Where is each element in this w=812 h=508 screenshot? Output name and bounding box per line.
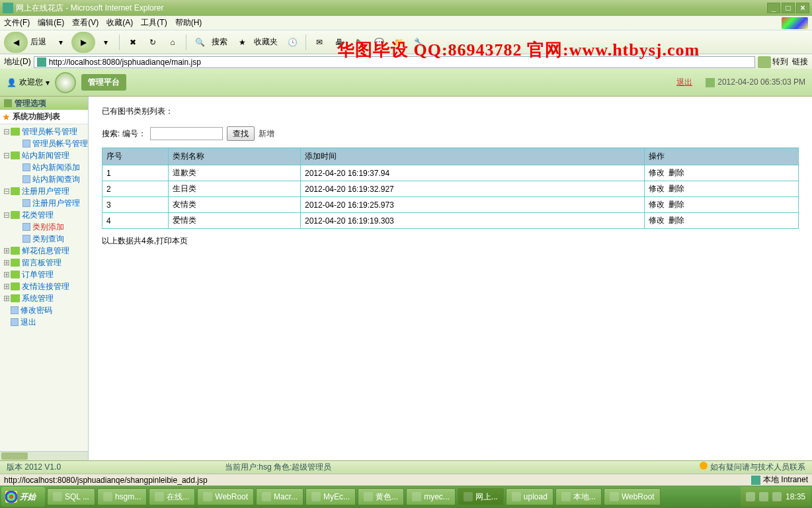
system-tray[interactable]: 18:35	[741, 487, 811, 507]
tree-node[interactable]: ⊟站内新闻管理	[0, 149, 88, 161]
forward-button[interactable]: ▶	[71, 32, 95, 53]
tree-toggle-icon[interactable]: ⊞	[3, 294, 11, 303]
toolbar-sep	[305, 34, 306, 50]
history-icon[interactable]: 🕓	[283, 33, 302, 52]
menu-help[interactable]: 帮助(H)	[175, 17, 202, 28]
links-label[interactable]: 链接	[792, 56, 808, 67]
tray-icon[interactable]	[772, 492, 782, 501]
tree-node[interactable]: ⊞留言板管理	[0, 257, 88, 269]
tree-node[interactable]: 退出	[0, 316, 88, 328]
taskbar-item[interactable]: SQL ...	[47, 488, 95, 505]
edit-link[interactable]: 修改	[649, 184, 665, 193]
back-dropdown[interactable]: ▾	[52, 33, 70, 52]
tree-node[interactable]: 注册用户管理	[0, 197, 88, 209]
tree-toggle-icon[interactable]: ⊞	[3, 246, 11, 255]
edit-link[interactable]: 修改	[649, 200, 665, 209]
tray-time: 18:35	[786, 492, 805, 501]
tree-node[interactable]: 站内新闻添加	[0, 161, 88, 173]
quit-link[interactable]: 退出	[676, 77, 692, 88]
address-input[interactable]: http://localhost:8080/jsphuadianqe/main.…	[34, 56, 755, 68]
taskbar-item[interactable]: WebRoot	[197, 488, 254, 505]
minimize-button[interactable]: _	[767, 3, 780, 13]
tray-icon[interactable]	[746, 492, 755, 501]
menu-fav[interactable]: 收藏(A)	[106, 17, 133, 28]
delete-link[interactable]: 删除	[669, 216, 684, 225]
edit-link[interactable]: 修改	[649, 168, 665, 177]
tree-node[interactable]: 修改密码	[0, 304, 88, 316]
discuss-icon[interactable]: 💬	[370, 33, 388, 52]
folder-icon	[11, 271, 20, 278]
tool-icon[interactable]: 🔧	[409, 33, 428, 52]
sidebar-panel-header: 管理选项	[0, 97, 88, 110]
tree-toggle-icon[interactable]: ⊟	[3, 187, 11, 196]
edit-link[interactable]: 修改	[649, 216, 665, 225]
go-label[interactable]: 转到	[772, 56, 788, 67]
taskbar-item[interactable]: 网上...	[458, 488, 504, 505]
tree-toggle-icon[interactable]: ⊞	[3, 258, 11, 267]
taskbar-item[interactable]: hsgm...	[97, 488, 147, 505]
table-row: 3友情类2012-04-20 16:19:25.973修改删除	[102, 197, 799, 213]
add-link[interactable]: 新增	[259, 128, 274, 140]
cell-name: 友情类	[169, 197, 301, 213]
search-button[interactable]: 查找	[227, 126, 255, 141]
tree-node[interactable]: 类别添加	[0, 221, 88, 233]
search-icon[interactable]: 🔍	[190, 33, 209, 52]
taskbar-item[interactable]: 在线...	[149, 488, 195, 505]
tree-toggle-icon[interactable]: ⊟	[3, 151, 11, 160]
tree-node[interactable]: ⊞鲜花信息管理	[0, 245, 88, 257]
close-button[interactable]: ×	[796, 3, 809, 13]
go-button[interactable]	[758, 56, 771, 68]
content-caption: 已有图书类别列表：	[102, 106, 799, 117]
refresh-button[interactable]: ↻	[143, 33, 162, 52]
taskbar-item[interactable]: upload	[506, 488, 553, 505]
tree-toggle-icon[interactable]: ⊞	[3, 282, 11, 291]
search-label[interactable]: 搜索	[212, 36, 227, 48]
taskbar-item[interactable]: myec...	[406, 488, 456, 505]
menu-view[interactable]: 查看(V)	[72, 17, 99, 28]
stop-button[interactable]: ✖	[124, 33, 142, 52]
tree-node[interactable]: ⊞友情连接管理	[0, 280, 88, 292]
tree-node[interactable]: ⊞订单管理	[0, 269, 88, 280]
delete-link[interactable]: 删除	[669, 200, 684, 209]
taskbar-item[interactable]: MyEc...	[305, 488, 356, 505]
start-button[interactable]: 开始	[1, 487, 45, 507]
tree-node[interactable]: 站内新闻查询	[0, 173, 88, 185]
folder-icon[interactable]: 📁	[389, 33, 408, 52]
sidebar-scrollbar[interactable]	[0, 451, 88, 460]
taskbar-item[interactable]: WebRoot	[604, 488, 661, 505]
tree-node[interactable]: ⊞系统管理	[0, 292, 88, 304]
task-icon	[155, 492, 164, 501]
taskbar-item[interactable]: 黄色...	[358, 488, 404, 505]
forward-dropdown[interactable]: ▾	[97, 33, 115, 52]
menu-tools[interactable]: 工具(T)	[141, 17, 167, 28]
delete-link[interactable]: 删除	[669, 184, 684, 193]
welcome-dropdown-icon[interactable]: ▾	[46, 78, 50, 87]
tray-icon[interactable]	[759, 492, 768, 501]
edit-icon[interactable]: ✎	[350, 33, 368, 52]
folder-icon	[11, 151, 20, 159]
search-input[interactable]	[150, 127, 223, 140]
mail-icon[interactable]: ✉	[310, 33, 329, 52]
tree-node[interactable]: 管理员帐号管理	[0, 138, 88, 149]
scrollbar-thumb[interactable]	[1, 452, 28, 460]
tree-toggle-icon[interactable]: ⊟	[3, 210, 11, 220]
tree-node[interactable]: ⊟管理员帐号管理	[0, 126, 88, 138]
home-button[interactable]: ⌂	[163, 33, 182, 52]
print-icon[interactable]: 🖶	[330, 33, 348, 52]
favorites-label[interactable]: 收藏夹	[254, 36, 278, 48]
menu-file[interactable]: 文件(F)	[4, 17, 30, 28]
tree-node[interactable]: 类别查询	[0, 233, 88, 245]
tree-toggle-icon[interactable]: ⊞	[3, 270, 11, 279]
tree-node[interactable]: ⊟注册用户管理	[0, 185, 88, 197]
favorites-icon[interactable]: ★	[233, 33, 251, 52]
menu-edit[interactable]: 编辑(E)	[38, 17, 64, 28]
help-label: 如有疑问请与技术人员联系	[710, 462, 805, 472]
taskbar-item[interactable]: 本地...	[555, 488, 602, 505]
tree-toggle-icon[interactable]: ⊟	[3, 127, 11, 136]
star-icon: ★	[3, 112, 10, 122]
maximize-button[interactable]: □	[782, 3, 795, 13]
taskbar-item[interactable]: Macr...	[256, 488, 304, 505]
delete-link[interactable]: 删除	[669, 168, 684, 177]
tree-node[interactable]: ⊟花类管理	[0, 209, 88, 221]
back-button[interactable]: ◀	[4, 32, 28, 53]
